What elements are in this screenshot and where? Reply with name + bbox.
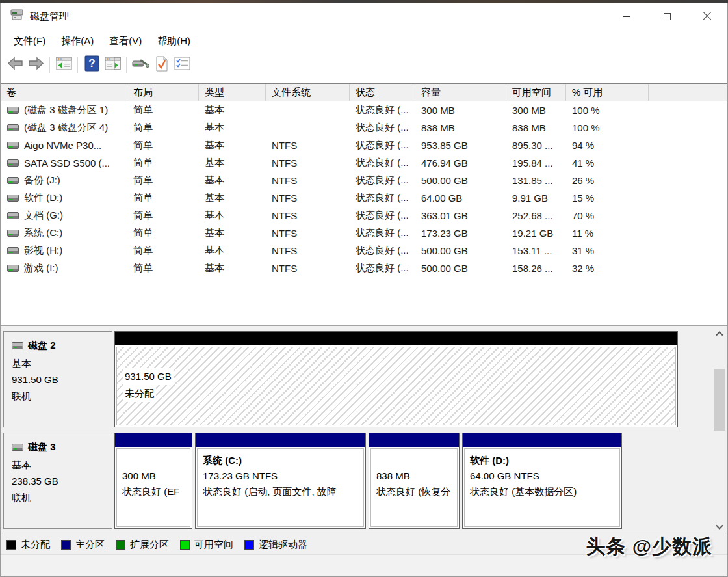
volume-row-6[interactable]: 文档 (G:)简单基本NTFS状态良好 (...363.01 GB252.68 …	[1, 207, 727, 224]
column-header-1[interactable]: 布局	[127, 84, 199, 101]
region-line: 状态良好 (EF	[122, 484, 185, 500]
cell-2: 基本	[199, 227, 266, 239]
menu-item-2[interactable]: 查看(V)	[101, 31, 150, 51]
cell-4: 状态良好 (...	[350, 227, 415, 239]
cell-1: 简单	[127, 192, 199, 204]
menu-bar: 文件(F)操作(A)查看(V)帮助(H)	[1, 29, 727, 53]
cell-7: 94 %	[566, 140, 649, 151]
cell-7: 26 %	[566, 175, 649, 186]
disk-label-0[interactable]: 磁盘 2基本931.50 GB联机	[3, 331, 112, 427]
unallocated-region[interactable]: 931.50 GB未分配	[114, 331, 678, 427]
partition-region-1[interactable]: 系统 (C:)173.23 GB NTFS状态良好 (启动, 页面文件, 故障	[195, 433, 366, 529]
column-header-5[interactable]: 容量	[415, 84, 506, 101]
legend-swatch-icon	[244, 540, 254, 550]
watermark: 头条 @少数派	[586, 533, 712, 560]
cell-3: NTFS	[266, 210, 350, 221]
partition-body: 300 MB状态良好 (EF	[116, 448, 190, 527]
vertical-scrollbar[interactable]	[714, 327, 725, 533]
help-button[interactable]: ?	[81, 55, 102, 74]
cell-volume: 备份 (J:)	[1, 174, 127, 187]
disk-label-1[interactable]: 磁盘 3基本238.35 GB联机	[3, 433, 112, 529]
maximize-button[interactable]	[647, 3, 687, 29]
scrollbar-thumb[interactable]	[714, 369, 725, 431]
disk-row-1: 磁盘 3基本238.35 GB联机300 MB状态良好 (EF系统 (C:)17…	[3, 433, 622, 529]
cell-2: 基本	[199, 245, 266, 257]
cell-volume: Aigo NVMe P30...	[1, 140, 127, 151]
cell-5: 500.00 GB	[415, 245, 506, 256]
region-line: 300 MB	[122, 468, 185, 484]
volume-row-0[interactable]: (磁盘 3 磁盘分区 1)简单基本状态良好 (...300 MB300 MB10…	[1, 101, 727, 119]
partition-body: 软件 (D:)64.00 GB NTFS状态良好 (基本数据分区)	[464, 448, 620, 527]
primary-partition-color-bar	[196, 433, 365, 447]
volume-row-2[interactable]: Aigo NVMe P30...简单基本NTFS状态良好 (...953.85 …	[1, 137, 727, 154]
minimize-button[interactable]	[606, 3, 647, 29]
cell-5: 953.85 GB	[415, 140, 506, 151]
toolbar-separator	[49, 57, 50, 73]
menu-item-3[interactable]: 帮助(H)	[150, 31, 198, 51]
cell-6: 300 MB	[506, 105, 566, 116]
volume-row-3[interactable]: SATA SSD S500 (...简单基本NTFS状态良好 (...476.9…	[1, 154, 727, 172]
volume-drive-icon	[7, 210, 19, 221]
cell-2: 基本	[199, 209, 266, 222]
region-line: 未分配	[123, 385, 156, 402]
cell-volume: (磁盘 3 磁盘分区 1)	[1, 104, 127, 116]
legend-item-2: 扩展分区	[116, 539, 169, 551]
cell-volume: (磁盘 3 磁盘分区 4)	[1, 122, 127, 134]
column-header-4[interactable]: 状态	[350, 84, 415, 101]
disk-icon	[12, 442, 23, 453]
cell-volume: 游戏 (I:)	[1, 262, 127, 275]
cell-volume: 软件 (D:)	[1, 192, 127, 204]
volume-row-5[interactable]: 软件 (D:)简单基本NTFS状态良好 (...64.00 GB9.91 GB1…	[1, 189, 727, 207]
menu-item-1[interactable]: 操作(A)	[53, 31, 101, 51]
cell-5: 500.00 GB	[415, 263, 506, 274]
volume-row-1[interactable]: (磁盘 3 磁盘分区 4)简单基本状态良好 (...838 MB838 MB10…	[1, 119, 727, 137]
unallocated-color-bar	[115, 332, 677, 345]
disk-name: 磁盘 2	[28, 340, 56, 352]
show-action-pane-button[interactable]	[102, 55, 123, 74]
cell-6: 131.85 ...	[506, 175, 566, 186]
primary-partition-color-bar	[463, 433, 621, 447]
menu-item-0[interactable]: 文件(F)	[6, 31, 53, 51]
partition-body: 系统 (C:)173.23 GB NTFS状态良好 (启动, 页面文件, 故障	[197, 448, 364, 527]
back-button[interactable]	[5, 55, 25, 74]
volume-name: (磁盘 3 磁盘分区 4)	[24, 122, 108, 134]
cell-7: 70 %	[566, 210, 649, 221]
volume-row-8[interactable]: 影视 (H:)简单基本NTFS状态良好 (...500.00 GB153.11 …	[1, 242, 727, 260]
maximize-icon	[664, 13, 671, 20]
volume-row-9[interactable]: 游戏 (I:)简单基本NTFS状态良好 (...500.00 GB158.26 …	[1, 260, 727, 277]
cell-volume: SATA SSD S500 (...	[1, 157, 127, 168]
column-header-2[interactable]: 类型	[199, 84, 266, 101]
disk-size: 238.35 GB	[12, 473, 107, 489]
cell-1: 简单	[127, 262, 199, 275]
check-document-button[interactable]	[151, 55, 172, 74]
show-action-pane-icon	[105, 57, 121, 73]
cell-3: NTFS	[266, 263, 350, 274]
partition-region-0[interactable]: 300 MB状态良好 (EF	[114, 433, 192, 529]
column-header-6[interactable]: 可用空间	[506, 84, 566, 101]
scroll-up-button[interactable]	[714, 327, 725, 339]
cell-6: 195.84 ...	[506, 157, 566, 168]
forward-button[interactable]	[25, 55, 46, 74]
disk-status: 联机	[12, 489, 107, 505]
volume-row-4[interactable]: 备份 (J:)简单基本NTFS状态良好 (...500.00 GB131.85 …	[1, 172, 727, 189]
partition-region-3[interactable]: 软件 (D:)64.00 GB NTFS状态良好 (基本数据分区)	[462, 433, 622, 529]
cell-3: NTFS	[266, 228, 350, 239]
volume-row-7[interactable]: 系统 (C:)简单基本NTFS状态良好 (...173.23 GB19.21 G…	[1, 224, 727, 242]
scroll-down-button[interactable]	[714, 522, 725, 533]
partition-region-2[interactable]: 838 MB状态良好 (恢复分	[369, 433, 460, 529]
properties-checklist-button[interactable]	[172, 55, 192, 74]
disk-tool-button[interactable]	[130, 55, 151, 74]
cell-3: NTFS	[266, 193, 350, 204]
column-header-0[interactable]: 卷	[1, 84, 127, 101]
disk-graph-0: 931.50 GB未分配	[114, 331, 678, 427]
legend-swatch-icon	[61, 540, 71, 550]
cell-6: 153.11 ...	[506, 245, 566, 256]
cell-2: 基本	[199, 122, 266, 134]
back-icon	[7, 57, 23, 73]
volume-drive-icon	[7, 175, 19, 186]
cell-4: 状态良好 (...	[350, 192, 415, 204]
column-header-7[interactable]: % 可用	[566, 84, 649, 101]
close-button[interactable]	[687, 3, 727, 29]
show-console-tree-button[interactable]	[53, 55, 74, 74]
column-header-3[interactable]: 文件系统	[266, 84, 350, 101]
